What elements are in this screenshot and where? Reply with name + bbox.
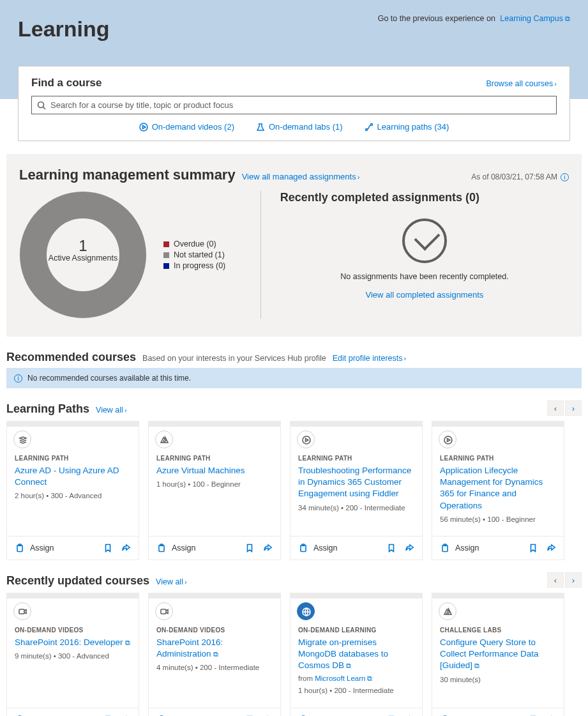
- card-title-link[interactable]: SharePoint 2016: Developer⧉: [15, 637, 130, 647]
- share-button[interactable]: [261, 713, 274, 716]
- card-meta: 1 hour(s) • 100 - Beginner: [156, 480, 273, 488]
- recent-prev-button[interactable]: ‹: [547, 572, 564, 588]
- card-title-link[interactable]: SharePoint 2016: Administration⧉: [156, 637, 223, 659]
- as-of-text: As of 08/03/21, 07:58 AM i: [471, 172, 569, 181]
- assign-button[interactable]: Assign: [297, 542, 338, 554]
- assign-button[interactable]: Assign: [13, 542, 54, 554]
- edit-profile-link[interactable]: Edit profile interests›: [333, 354, 406, 363]
- course-card: LEARNING PATH Azure AD - Using Azure AD …: [6, 421, 139, 560]
- bookmark-button[interactable]: [243, 713, 256, 716]
- assign-button[interactable]: Assign: [439, 713, 479, 716]
- browse-all-courses-link[interactable]: Browse all courses›: [486, 79, 557, 88]
- search-input[interactable]: [50, 100, 551, 110]
- card-type-icon: [155, 430, 173, 448]
- summary-block: Learning management summary View all man…: [6, 154, 582, 337]
- view-completed-link[interactable]: View all completed assignments: [280, 290, 569, 300]
- assign-button[interactable]: Assign: [155, 542, 196, 554]
- card-title-link[interactable]: Troubleshooting Performance in Dynamics …: [298, 466, 411, 498]
- filter-videos[interactable]: On-demand videos (2): [139, 122, 234, 132]
- assign-button[interactable]: Assign: [155, 713, 196, 716]
- card-type-icon: [297, 430, 315, 448]
- view-managed-link[interactable]: View all managed assignments›: [242, 172, 360, 181]
- summary-right: Recently completed assignments (0) No as…: [261, 191, 569, 319]
- external-link-icon: ⧉: [565, 15, 570, 23]
- learning-paths-viewall-link[interactable]: View all›: [96, 406, 127, 415]
- card-meta: 2 hour(s) • 300 - Advanced: [15, 492, 131, 499]
- summary-left: 1 Active Assignments Overdue (0) Not sta…: [19, 191, 261, 319]
- card-type-icon: [155, 602, 173, 620]
- bookmark-button[interactable]: [385, 713, 398, 716]
- recent-courses-viewall-link[interactable]: View all›: [156, 577, 187, 586]
- bookmark-button[interactable]: [527, 542, 539, 554]
- assignments-donut-chart: 1 Active Assignments: [19, 191, 147, 319]
- card-meta: 4 minute(s) • 200 - Intermediate: [156, 664, 273, 671]
- bookmark-button[interactable]: [102, 713, 114, 716]
- recommended-subtitle: Based on your interests in your Services…: [142, 354, 326, 363]
- course-card: LEARNING PATH Troubleshooting Performanc…: [290, 421, 423, 560]
- card-title-link[interactable]: Azure Virtual Machines: [156, 466, 245, 475]
- bookmark-button[interactable]: [102, 542, 114, 554]
- donut-label: Active Assignments: [19, 254, 147, 263]
- card-meta: 1 hour(s) • 200 - Intermediate: [298, 687, 414, 694]
- previous-experience-link-row: Go to the previous experience on Learnin…: [378, 14, 570, 23]
- card-type-label: LEARNING PATH: [440, 455, 556, 462]
- recommended-empty-banner: i No recommended courses available at th…: [6, 368, 582, 388]
- card-topbar: [7, 422, 139, 427]
- recommended-title: Recommended courses: [6, 351, 136, 364]
- assign-button[interactable]: Assign: [13, 713, 54, 716]
- recommended-empty-text: No recommended courses available at this…: [27, 374, 191, 383]
- share-button[interactable]: [261, 542, 274, 554]
- card-topbar: [149, 593, 280, 598]
- course-card: CHALLENGE LABS Configure Query Store to …: [432, 593, 564, 716]
- bookmark-button[interactable]: [385, 542, 398, 554]
- course-card: ON-DEMAND VIDEOS SharePoint 2016: Develo…: [6, 593, 139, 716]
- filter-labs[interactable]: On-demand labs (1): [256, 122, 343, 132]
- card-type-label: LEARNING PATH: [156, 455, 273, 462]
- assign-button[interactable]: Assign: [297, 713, 338, 716]
- card-title-link[interactable]: Azure AD - Using Azure AD Connect: [15, 466, 119, 487]
- bookmark-button[interactable]: [243, 542, 256, 554]
- filter-paths[interactable]: Learning paths (34): [365, 122, 449, 132]
- svg-marker-3: [142, 125, 146, 128]
- share-button[interactable]: [403, 542, 416, 554]
- recent-card-row: ON-DEMAND VIDEOS SharePoint 2016: Develo…: [6, 593, 582, 716]
- share-button[interactable]: [119, 713, 132, 716]
- info-icon[interactable]: i: [561, 173, 569, 181]
- course-card: ON-DEMAND LEARNING Migrate on-premises M…: [290, 593, 423, 716]
- card-title-link[interactable]: Configure Query Store to Collect Perform…: [440, 637, 539, 670]
- bookmark-button[interactable]: [527, 713, 539, 716]
- card-meta: 56 minute(s) • 100 - Beginner: [440, 515, 556, 523]
- card-meta: 30 minute(s): [440, 676, 556, 683]
- clipboard-icon: [297, 542, 310, 554]
- card-type-icon: [13, 602, 31, 620]
- paths-next-button[interactable]: ›: [565, 400, 582, 416]
- card-meta: 9 minute(s) • 300 - Advanced: [15, 652, 131, 660]
- legend-inprogress: In progress (0): [174, 261, 225, 270]
- path-icon: [365, 123, 373, 132]
- recent-next-button[interactable]: ›: [565, 572, 582, 588]
- assign-button[interactable]: Assign: [439, 542, 479, 554]
- swatch-notstarted: [163, 252, 169, 258]
- share-button[interactable]: [545, 713, 557, 716]
- learning-campus-link[interactable]: Learning Campus⧉: [500, 14, 570, 23]
- share-button[interactable]: [119, 542, 132, 554]
- recent-pager: ‹ ›: [547, 572, 582, 588]
- learning-paths-section: Learning Paths View all› ‹ › LEARNING PA…: [6, 402, 582, 560]
- course-card: LEARNING PATH Azure Virtual Machines 1 h…: [148, 421, 281, 560]
- clipboard-icon: [297, 713, 310, 716]
- play-icon: [139, 123, 148, 132]
- paths-prev-button[interactable]: ‹: [547, 400, 564, 416]
- course-card: ON-DEMAND VIDEOS SharePoint 2016: Admini…: [148, 593, 281, 716]
- filter-row: On-demand videos (2) On-demand labs (1) …: [31, 122, 557, 132]
- card-title-link[interactable]: Migrate on-premises MongoDB databases to…: [298, 637, 388, 670]
- recent-title: Recently completed assignments (0): [280, 191, 569, 204]
- clipboard-icon: [155, 542, 168, 554]
- search-input-wrap[interactable]: [31, 96, 557, 114]
- legend-overdue: Overdue (0): [174, 240, 216, 248]
- share-button[interactable]: [403, 713, 416, 716]
- card-title-link[interactable]: Application Lifecycle Management for Dyn…: [440, 466, 543, 510]
- card-from-link[interactable]: Microsoft Learn⧉: [315, 674, 372, 682]
- card-topbar: [7, 593, 139, 598]
- paths-card-row: LEARNING PATH Azure AD - Using Azure AD …: [6, 421, 582, 560]
- share-button[interactable]: [545, 542, 557, 554]
